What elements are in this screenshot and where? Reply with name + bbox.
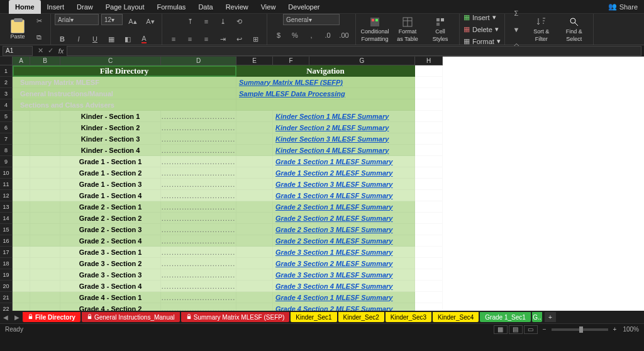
col-header-d[interactable]: D	[161, 57, 236, 65]
font-size-combo[interactable]: 12 ▾	[101, 14, 123, 25]
hyperlink[interactable]: Grade 2 Section 2 MLESF Summary	[275, 214, 392, 222]
adviser-cell[interactable]: ...................................	[161, 179, 236, 190]
cell[interactable]	[415, 179, 443, 190]
section-name[interactable]: Grade 3 - Section 1	[60, 247, 161, 258]
cell[interactable]	[13, 179, 30, 190]
orientation-button[interactable]: ⟲	[231, 14, 247, 29]
cell[interactable]	[415, 292, 443, 303]
cell[interactable]	[415, 258, 443, 269]
cell[interactable]	[415, 145, 443, 156]
cell[interactable]	[415, 156, 443, 167]
cell[interactable]	[13, 133, 30, 145]
ribbon-tab-insert[interactable]: Insert	[41, 0, 71, 14]
hyperlink[interactable]: Grade 2 Section 1 MLESF Summary	[275, 203, 392, 211]
cell[interactable]	[30, 292, 60, 303]
tab-nav-prev[interactable]: ◀	[0, 314, 11, 321]
cell[interactable]	[236, 224, 273, 235]
cut-button[interactable]: ✂	[31, 14, 47, 29]
cell[interactable]	[236, 145, 273, 156]
cell[interactable]: Summary Matrix MLSEF (SEFP)	[236, 77, 415, 88]
adviser-cell[interactable]: ...................................	[161, 213, 236, 224]
border-button[interactable]: ▦	[104, 31, 119, 47]
cell[interactable]	[13, 111, 30, 122]
cell[interactable]	[30, 213, 60, 224]
cell[interactable]	[415, 88, 443, 99]
row-header[interactable]: 11	[0, 179, 13, 190]
cell[interactable]	[13, 258, 30, 269]
sort-filter-button[interactable]: Sort & Filter	[526, 16, 557, 43]
adviser-cell[interactable]: ...................................	[161, 247, 236, 258]
cell[interactable]: Grade 3 Section 1 MLESF Summary	[273, 247, 415, 258]
cell-styles-button[interactable]: Cell Styles	[425, 16, 455, 43]
row-header[interactable]: 14	[0, 213, 13, 224]
hyperlink[interactable]: Summary Matrix MLSEF (SEFP)	[239, 79, 343, 86]
hyperlink[interactable]: Grade 3 Section 4 MLESF Summary	[275, 282, 392, 290]
section-name[interactable]: Grade 3 - Section 4	[60, 281, 161, 292]
cell[interactable]	[415, 224, 443, 235]
col-header-h[interactable]: H	[415, 57, 443, 65]
adviser-cell[interactable]: ...................................	[161, 190, 236, 201]
cell[interactable]	[30, 224, 60, 235]
fx-icon[interactable]: fx	[55, 47, 67, 55]
cell[interactable]	[236, 235, 273, 247]
adviser-cell[interactable]: ...................................	[161, 258, 236, 269]
sheet-tab-more[interactable]: G..	[532, 312, 542, 322]
cell[interactable]	[236, 179, 273, 190]
cell[interactable]	[13, 156, 30, 167]
section-name[interactable]: Grade 2 - Section 2	[60, 213, 161, 224]
cell[interactable]	[236, 281, 273, 292]
ribbon-tab-home[interactable]: Home	[9, 0, 41, 14]
cell[interactable]	[30, 179, 60, 190]
row-header[interactable]: 5	[0, 111, 13, 122]
adviser-cell[interactable]: ...................................	[161, 292, 236, 303]
section-header[interactable]: Summary Matrix MLESF	[13, 77, 236, 88]
align-right-button[interactable]: ≡	[199, 31, 214, 47]
row-header[interactable]: 1	[0, 65, 13, 77]
cell[interactable]	[13, 269, 30, 281]
cell[interactable]	[236, 99, 415, 111]
ribbon-tab-data[interactable]: Data	[192, 0, 219, 14]
hyperlink[interactable]: Grade 1 Section 2 MLESF Summary	[275, 169, 392, 177]
share-button[interactable]: 👥 Share	[608, 3, 638, 11]
cell[interactable]	[13, 190, 30, 201]
page-layout-view-button[interactable]: ▤	[509, 325, 523, 334]
file-directory-header[interactable]: File Directory	[13, 65, 236, 77]
row-header[interactable]: 16	[0, 235, 13, 247]
section-name[interactable]: Kinder - Section 1	[60, 111, 161, 122]
cell[interactable]: Kinder Section 3 MLESF Summary	[273, 133, 415, 145]
format-as-table-button[interactable]: Format as Table	[392, 16, 423, 43]
cell[interactable]	[30, 167, 60, 179]
cell[interactable]: Grade 1 Section 3 MLESF Summary	[273, 179, 415, 190]
cell[interactable]	[415, 167, 443, 179]
percent-button[interactable]: %	[287, 28, 303, 43]
hyperlink[interactable]: Grade 4 Section 1 MLESF Summary	[275, 294, 392, 301]
row-header[interactable]: 17	[0, 247, 13, 258]
col-header-e[interactable]: E	[236, 57, 273, 65]
page-break-view-button[interactable]: ▭	[524, 325, 538, 334]
ribbon-tab-view[interactable]: View	[255, 0, 282, 14]
cell[interactable]	[236, 269, 273, 281]
normal-view-button[interactable]: ▦	[494, 325, 508, 334]
insert-cells-button[interactable]: ▦Insert ▾	[464, 12, 501, 23]
col-header-f[interactable]: F	[273, 57, 309, 65]
hyperlink[interactable]: Sample MLESF Data Processing	[239, 90, 345, 98]
cell[interactable]	[236, 258, 273, 269]
conditional-formatting-button[interactable]: Conditional Formatting	[360, 16, 390, 43]
cell[interactable]	[415, 133, 443, 145]
hyperlink[interactable]: Grade 3 Section 3 MLESF Summary	[275, 271, 392, 279]
cell[interactable]: Grade 3 Section 4 MLESF Summary	[273, 281, 415, 292]
fill-color-button[interactable]: ◧	[120, 31, 135, 47]
cell[interactable]: Grade 1 Section 1 MLESF Summary	[273, 156, 415, 167]
delete-cells-button[interactable]: ▦Delete ▾	[464, 24, 501, 35]
tab-nav-next[interactable]: ▶	[11, 314, 23, 321]
adviser-cell[interactable]: ...................................	[161, 111, 236, 122]
cell[interactable]	[236, 156, 273, 167]
sheet-tab[interactable]: Kinder_Sec3	[386, 312, 431, 322]
section-name[interactable]: Grade 1 - Section 2	[60, 167, 161, 179]
row-header[interactable]: 21	[0, 292, 13, 303]
hyperlink[interactable]: Grade 1 Section 4 MLESF Summary	[275, 192, 392, 199]
cell[interactable]	[30, 281, 60, 292]
row-header[interactable]: 2	[0, 77, 13, 88]
cell[interactable]	[415, 190, 443, 201]
row-header[interactable]: 13	[0, 201, 13, 213]
